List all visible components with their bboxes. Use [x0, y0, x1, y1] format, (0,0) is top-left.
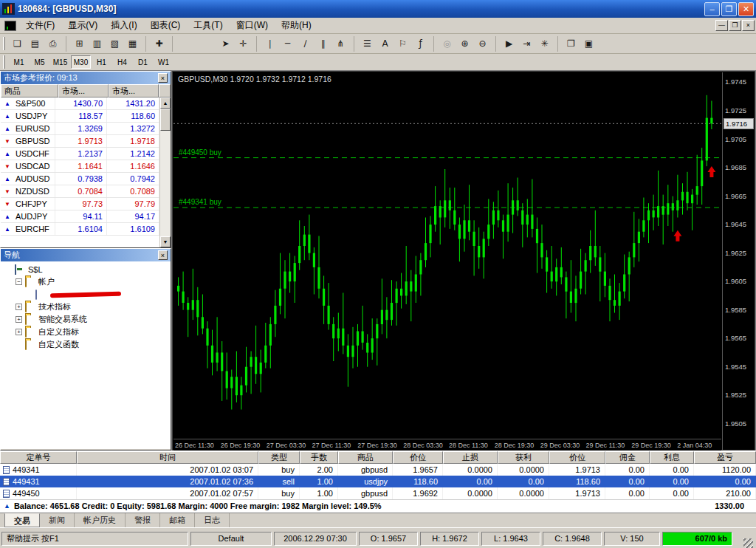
terminal-tab-alerts[interactable]: 警报 — [126, 513, 160, 527]
scrollbar-thumb[interactable] — [160, 109, 171, 131]
arrows-tool[interactable]: ⚐ — [394, 36, 411, 52]
scrollbar-track[interactable] — [160, 109, 171, 236]
menu-help[interactable]: 帮助(H) — [275, 18, 318, 33]
status-profile: Default — [190, 532, 272, 546]
market-watch-row-usdjpy[interactable]: ▲USDJPY118.57118.60 — [1, 110, 159, 123]
timeframe-m30[interactable]: M30 — [71, 55, 91, 69]
tile-windows-button[interactable]: ❐ — [563, 36, 580, 52]
terminal-tab-news[interactable]: 新闻 — [40, 513, 75, 527]
order-row-449450[interactable]: 4494502007.01.02 07:57buy1.00gbpusd1.969… — [0, 487, 756, 499]
toolbar-drag-handle[interactable] — [3, 37, 5, 50]
menu-window[interactable]: 窗口(W) — [230, 18, 275, 33]
market-watch-row-usdchf[interactable]: ▲USDCHF1.21371.2142 — [1, 148, 159, 160]
tree-item-expert-advisors[interactable]: +智能交易系统 — [1, 313, 171, 326]
chart-window-icon[interactable] — [4, 21, 16, 31]
market-watch-column-headers: 商品市场...市场... — [1, 84, 171, 97]
cycles-tool[interactable]: ◎ — [439, 36, 456, 52]
order-icon — [3, 466, 10, 474]
templates-button[interactable]: ✳ — [536, 36, 553, 52]
market-watch-row-eurchf[interactable]: ▲EURCHF1.61041.6109 — [1, 223, 159, 236]
market-watch-row-eurusd[interactable]: ▲EURUSD1.32691.3272 — [1, 123, 159, 135]
close-button[interactable]: ✕ — [738, 2, 754, 16]
navigator-toggle[interactable]: ▧ — [106, 36, 123, 52]
menu-insert[interactable]: 插入(I) — [104, 18, 143, 33]
terminal-tab-mailbox[interactable]: 邮箱 — [160, 513, 195, 527]
timeframe-w1[interactable]: W1 — [154, 55, 173, 69]
time-axis[interactable]: 26 Dec 11:3026 Dec 19:3027 Dec 03:3027 D… — [173, 439, 721, 451]
timeframe-m5[interactable]: M5 — [30, 55, 49, 69]
scroll-down-icon[interactable]: ▼ — [160, 236, 171, 247]
data-window-toggle[interactable]: ▥ — [89, 36, 106, 52]
chart-plot-area[interactable]: #449450 buy#449341 buy GBPUSD,M30 1.9720… — [173, 72, 721, 438]
order-row-449341[interactable]: 4493412007.01.02 03:07buy2.00gbpusd1.965… — [0, 464, 756, 476]
window-title: 180684: [GBPUSD,M30] — [18, 4, 704, 14]
timeframe-m1[interactable]: M1 — [9, 55, 29, 69]
cursor-tool[interactable]: ➤ — [217, 36, 234, 52]
child-restore-button[interactable]: ❐ — [729, 20, 741, 31]
timeframe-drag-handle[interactable] — [3, 55, 5, 69]
order-row-449431[interactable]: 4494312007.01.02 07:36sell1.00usdjpy118.… — [0, 476, 756, 487]
crosshair-tool[interactable]: ✛ — [235, 36, 252, 52]
timeframe-m15[interactable]: M15 — [50, 55, 70, 69]
market-watch-row-sp500[interactable]: ▲S&P5001430.701431.20 — [1, 97, 159, 110]
market-watch-toggle[interactable]: ⊞ — [71, 36, 88, 52]
market-watch-row-audusd[interactable]: ▲AUDUSD0.79380.7942 — [1, 173, 159, 185]
zoom-out-button[interactable]: ⊖ — [474, 36, 491, 52]
scroll-up-icon[interactable]: ▲ — [160, 97, 171, 109]
resize-grip[interactable] — [743, 538, 753, 548]
menu-file[interactable]: 文件(F) — [19, 18, 61, 33]
trendline-tool[interactable]: ∕ — [297, 36, 314, 52]
market-watch-row-usdcad[interactable]: ▼USDCAD1.16411.1646 — [1, 160, 159, 173]
terminal-tab-account-history[interactable]: 帐户历史 — [75, 513, 126, 527]
maximize-button[interactable]: ❐ — [721, 2, 737, 16]
tree-item-sl[interactable]: S$L — [1, 263, 171, 275]
new-chart-button[interactable]: ❏ — [9, 36, 26, 52]
fibonacci-tool[interactable]: ☰ — [359, 36, 376, 52]
tree-collapse-icon[interactable]: − — [16, 278, 22, 285]
market-watch-row-audjpy[interactable]: ▲AUDJPY94.1194.17 — [1, 210, 159, 223]
new-order-button[interactable]: ✚ — [151, 36, 168, 52]
indicators-button[interactable]: ƒ — [412, 36, 429, 52]
tree-item-account-redacted[interactable] — [1, 288, 171, 301]
tree-item-custom-indicators[interactable]: +自定义指标 — [1, 326, 171, 338]
terminal-tab-trade[interactable]: 交易 — [4, 513, 40, 527]
menu-tools[interactable]: 工具(T) — [187, 18, 229, 33]
chart-canvas[interactable]: #449450 buy#449341 buy — [173, 72, 721, 438]
text-tool[interactable]: A — [377, 36, 394, 52]
timeframe-h1[interactable]: H1 — [92, 55, 111, 69]
child-minimize-button[interactable]: — — [715, 20, 728, 31]
tree-expand-icon[interactable]: + — [16, 316, 22, 323]
tree-expand-icon[interactable]: + — [16, 304, 22, 310]
channel-tool[interactable]: ∥ — [315, 36, 331, 52]
close-navigator-button[interactable]: × — [158, 250, 168, 260]
zoom-in-button[interactable]: ⊕ — [456, 36, 473, 52]
cascade-windows-button[interactable]: ▣ — [580, 36, 597, 52]
menu-view[interactable]: 显示(V) — [61, 18, 104, 33]
market-watch-scrollbar[interactable]: ▲ ▼ — [159, 97, 171, 247]
market-watch-row-nzdusd[interactable]: ▼NZDUSD0.70840.7089 — [1, 185, 159, 198]
price-scale-label: 1.9585 — [725, 306, 746, 314]
tree-item-accounts[interactable]: −帐户 — [1, 275, 171, 288]
horizontal-line-tool[interactable]: ─ — [279, 36, 296, 52]
market-watch-row-gbpusd[interactable]: ▼GBPUSD1.97131.9718 — [1, 135, 159, 148]
pitchfork-tool[interactable]: ⋔ — [332, 36, 349, 52]
terminal-tab-journal[interactable]: 日志 — [195, 513, 230, 527]
tree-item-technical-indicators[interactable]: +技术指标 — [1, 301, 171, 313]
auto-scroll-toggle[interactable]: ▶ — [501, 36, 518, 52]
chart-shift-toggle[interactable]: ⇥ — [518, 36, 535, 52]
terminal-toggle[interactable]: ▦ — [124, 36, 141, 52]
child-close-button[interactable]: × — [742, 20, 755, 31]
price-scale[interactable]: 1.97451.97251.97051.96851.96651.96451.96… — [722, 72, 755, 450]
ticket-number: 449450 — [13, 487, 40, 499]
timeframe-h4[interactable]: H4 — [112, 55, 132, 69]
menu-charts[interactable]: 图表(C) — [144, 18, 188, 33]
tree-item-custom-functions[interactable]: 自定义函数 — [1, 338, 171, 351]
print-button[interactable]: ⎙ — [44, 36, 61, 52]
timeframe-d1[interactable]: D1 — [133, 55, 153, 69]
tree-expand-icon[interactable]: + — [16, 329, 22, 335]
vertical-line-tool[interactable]: ∣ — [261, 36, 278, 52]
close-market-watch-button[interactable]: × — [158, 73, 168, 83]
market-watch-row-chfjpy[interactable]: ▼CHFJPY97.7397.79 — [1, 198, 159, 210]
minimize-button[interactable]: – — [704, 2, 720, 16]
profiles-button[interactable]: ▤ — [27, 36, 44, 52]
